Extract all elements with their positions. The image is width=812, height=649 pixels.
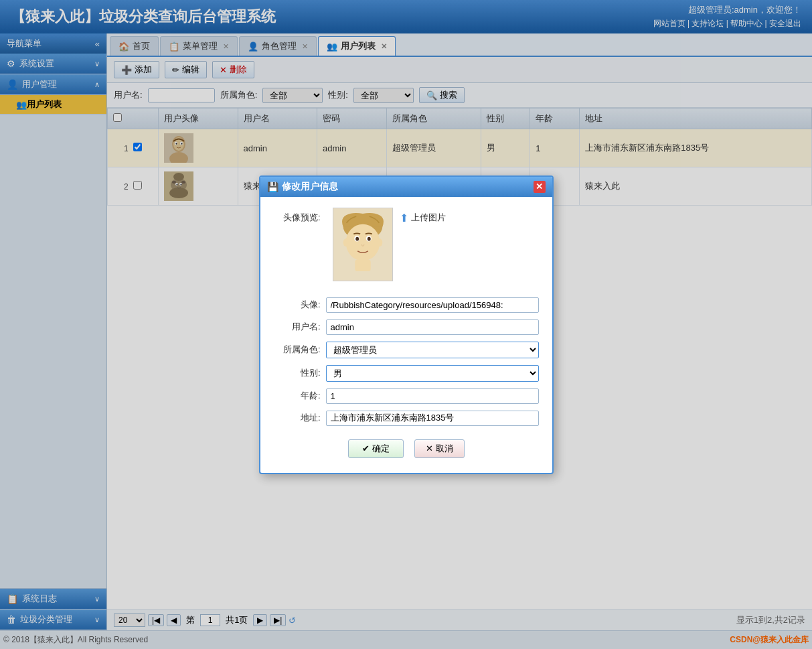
form-age-input[interactable] (326, 388, 539, 404)
ok-label: 确定 (372, 443, 390, 455)
svg-rect-27 (355, 259, 370, 271)
dialog-title-icon: 💾 (267, 182, 278, 192)
dialog-close-button[interactable]: ✕ (534, 181, 546, 193)
dialog-overlay: 💾 修改用户信息 ✕ 头像预览: (0, 0, 812, 649)
dialog-ok-button[interactable]: ✔ 确定 (348, 439, 404, 458)
cancel-label: 取消 (436, 443, 453, 455)
svg-point-20 (345, 224, 380, 261)
form-row-role: 所属角色: 超级管理员 普通用户 (274, 342, 539, 358)
upload-icon: ⬆ (400, 212, 408, 224)
svg-point-26 (377, 238, 382, 246)
form-role-label: 所属角色: (274, 344, 321, 356)
form-username-label: 用户名: (274, 321, 321, 333)
form-row-age: 年龄: (274, 388, 539, 404)
form-avatar-label: 头像: (274, 299, 321, 311)
ok-icon: ✔ (362, 443, 370, 453)
dialog-avatar-preview-label: 头像预览: (274, 208, 321, 224)
dialog-header: 💾 修改用户信息 ✕ (260, 177, 552, 197)
form-gender-select[interactable]: 男 女 (326, 365, 539, 382)
upload-label: 上传图片 (411, 212, 446, 224)
svg-point-24 (367, 236, 370, 240)
edit-user-dialog: 💾 修改用户信息 ✕ 头像预览: (259, 175, 554, 474)
dialog-cancel-button[interactable]: ✕ 取消 (414, 439, 465, 458)
dialog-title: 💾 修改用户信息 (267, 181, 338, 193)
form-row-username: 用户名: (274, 319, 539, 335)
svg-point-23 (355, 236, 359, 240)
form-row-address: 地址: (274, 411, 539, 426)
dialog-body: 头像预览: (260, 197, 552, 473)
form-role-select[interactable]: 超级管理员 普通用户 (326, 342, 539, 358)
dialog-form: 头像: 用户名: 所属角色: 超级管理员 普通用户 性别: (274, 297, 539, 426)
form-address-label: 地址: (274, 412, 321, 424)
form-gender-label: 性别: (274, 367, 321, 379)
form-age-label: 年龄: (274, 390, 321, 402)
form-username-input[interactable] (326, 319, 539, 335)
upload-image-button[interactable]: ⬆ 上传图片 (400, 208, 446, 224)
dialog-avatar-row: 头像预览: (274, 208, 539, 288)
dialog-avatar-preview (333, 208, 393, 281)
form-address-input[interactable] (326, 411, 539, 426)
svg-point-25 (343, 238, 348, 246)
cancel-icon: ✕ (426, 443, 433, 453)
form-row-avatar: 头像: (274, 297, 539, 313)
dialog-footer: ✔ 确定 ✕ 取消 (274, 433, 539, 462)
form-row-gender: 性别: 男 女 (274, 365, 539, 382)
form-avatar-input[interactable] (326, 297, 539, 313)
